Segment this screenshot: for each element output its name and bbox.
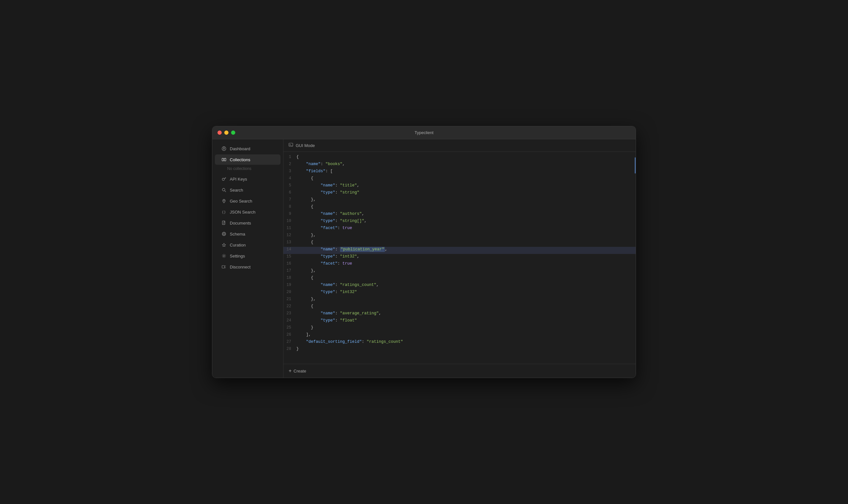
code-line-22: 22 { — [284, 304, 636, 311]
code-line-14: 14 "name": "publication_year", — [284, 247, 636, 254]
traffic-lights — [217, 130, 235, 135]
svg-rect-3 — [222, 158, 224, 161]
svg-rect-4 — [224, 158, 226, 161]
code-line-26: 26 ], — [284, 332, 636, 339]
svg-point-1 — [223, 148, 224, 149]
sidebar-item-json-search-label: JSON Search — [230, 210, 255, 215]
dashboard-icon — [221, 146, 227, 151]
sidebar-item-collections-label: Collections — [230, 157, 250, 162]
svg-text:{}: {} — [222, 210, 226, 214]
close-button[interactable] — [217, 130, 222, 135]
code-line-25: 25 } — [284, 325, 636, 332]
svg-rect-17 — [222, 266, 224, 268]
content-footer: + Create — [284, 364, 636, 378]
geo-search-icon — [221, 198, 227, 203]
code-line-10: 10 "type": "string[]", — [284, 218, 636, 226]
create-label: Create — [293, 368, 306, 374]
sidebar-item-api-keys-label: API Keys — [230, 177, 247, 182]
create-button[interactable]: + Create — [289, 368, 306, 374]
code-line-20: 20 "type": "int32" — [284, 289, 636, 296]
code-line-2: 2 "name": "books", — [284, 162, 636, 169]
code-line-7: 7 }, — [284, 197, 636, 204]
disconnect-icon — [221, 264, 227, 269]
sidebar-item-disconnect[interactable]: Disconnect — [215, 262, 281, 272]
code-line-21: 21 }, — [284, 296, 636, 304]
sidebar-item-settings-label: Settings — [230, 254, 245, 258]
svg-point-16 — [223, 255, 224, 256]
svg-point-15 — [222, 232, 226, 236]
sidebar-item-disconnect-label: Disconnect — [230, 265, 250, 269]
documents-icon — [221, 220, 227, 226]
sidebar-item-geo-search-label: Geo Search — [230, 199, 252, 203]
schema-icon — [221, 231, 227, 236]
code-line-3: 3 "fields": [ — [284, 169, 636, 176]
sidebar-item-schema[interactable]: Schema — [215, 229, 281, 239]
main-layout: Dashboard Collections No collections — [212, 139, 636, 378]
titlebar: Typeclient — [212, 126, 636, 139]
code-line-9: 9 "name": "authors", — [284, 211, 636, 218]
svg-line-9 — [224, 191, 226, 192]
code-line-17: 17 }, — [284, 268, 636, 275]
main-window: Typeclient Dashboard — [212, 126, 636, 378]
code-line-24: 24 "type": "float" — [284, 318, 636, 325]
maximize-button[interactable] — [231, 130, 235, 135]
code-line-28: 28 } — [284, 346, 636, 354]
svg-point-10 — [224, 200, 224, 201]
json-search-icon: {} — [221, 209, 227, 215]
sidebar-item-documents[interactable]: Documents — [215, 218, 281, 228]
svg-line-7 — [225, 178, 226, 179]
code-line-6: 6 "type": "string" — [284, 190, 636, 197]
sidebar-item-schema-label: Schema — [230, 232, 245, 236]
sidebar-item-search-label: Search — [230, 188, 243, 193]
sidebar-item-settings[interactable]: Settings — [215, 251, 281, 261]
content-area: GUI Mode 1 { 2 "name": "books", 3 "fie — [284, 139, 636, 378]
gui-mode-icon — [289, 143, 293, 148]
collections-icon — [221, 157, 227, 162]
plus-icon: + — [289, 368, 291, 374]
code-line-18: 18 { — [284, 275, 636, 282]
code-line-13: 13 { — [284, 240, 636, 247]
code-line-15: 15 "type": "int32", — [284, 254, 636, 261]
code-line-23: 23 "name": "average_rating", — [284, 311, 636, 318]
sidebar: Dashboard Collections No collections — [212, 139, 284, 378]
code-line-4: 4 { — [284, 176, 636, 183]
sidebar-item-collections[interactable]: Collections — [215, 155, 281, 165]
sidebar-item-geo-search[interactable]: Geo Search — [215, 196, 281, 206]
window-title: Typeclient — [415, 130, 434, 135]
gui-mode-label: GUI Mode — [296, 143, 315, 148]
minimize-button[interactable] — [224, 130, 229, 135]
sidebar-item-api-keys[interactable]: API Keys — [215, 174, 281, 184]
sidebar-item-documents-label: Documents — [230, 221, 251, 226]
settings-icon — [221, 253, 227, 258]
code-line-5: 5 "name": "title", — [284, 183, 636, 190]
code-editor[interactable]: 1 { 2 "name": "books", 3 "fields": [ 4 — [284, 152, 636, 364]
api-keys-icon — [221, 176, 227, 182]
code-line-16: 16 "facet": true — [284, 261, 636, 268]
code-line-12: 12 }, — [284, 233, 636, 240]
code-line-8: 8 { — [284, 204, 636, 211]
code-line-19: 19 "name": "ratings_count", — [284, 282, 636, 289]
svg-point-5 — [222, 178, 224, 181]
sidebar-item-json-search[interactable]: {} JSON Search — [215, 207, 281, 217]
code-line-27: 27 "default_sorting_field": "ratings_cou… — [284, 339, 636, 346]
sidebar-item-curation[interactable]: Curation — [215, 240, 281, 250]
curation-icon — [221, 242, 227, 248]
sidebar-item-curation-label: Curation — [230, 242, 246, 248]
content-header: GUI Mode — [284, 139, 636, 152]
code-line-1: 1 { — [284, 155, 636, 162]
no-collections-label: No collections — [212, 165, 283, 174]
code-line-11: 11 "facet": true — [284, 226, 636, 233]
search-icon — [221, 187, 227, 193]
sidebar-item-dashboard[interactable]: Dashboard — [215, 143, 281, 154]
sidebar-item-dashboard-label: Dashboard — [230, 146, 250, 151]
svg-point-8 — [222, 188, 225, 191]
sidebar-item-search[interactable]: Search — [215, 185, 281, 195]
